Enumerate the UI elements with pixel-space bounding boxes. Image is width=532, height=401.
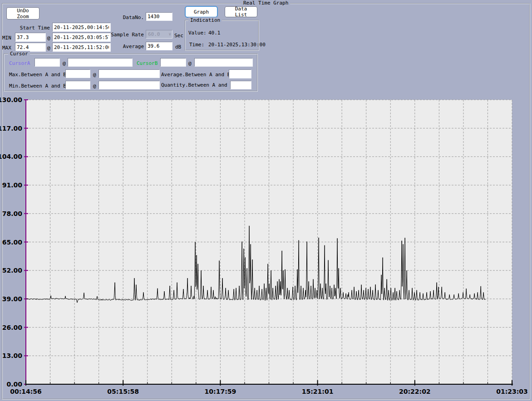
y-axis-tick-label: 65.00 [2, 239, 23, 246]
min-between-time-field[interactable] [99, 81, 160, 89]
average-field[interactable] [146, 42, 172, 50]
realtime-chart[interactable]: 0.0013.0026.0039.0052.0065.0078.0091.001… [0, 95, 532, 401]
y-axis-tick-label: 13.00 [2, 352, 23, 359]
min-time-field[interactable] [52, 33, 111, 42]
indication-value-label: Value: [188, 30, 207, 36]
start-time-label: Start Time [9, 25, 50, 31]
cursor-a-label: CursorA [9, 60, 30, 66]
y-axis-tick-label: 91.00 [2, 181, 23, 189]
y-axis-tick-label: 39.00 [2, 295, 23, 303]
x-axis-tick-label: 00:14:56 [10, 388, 42, 395]
cursor-title: Cursor [8, 51, 30, 57]
min-value-field[interactable] [15, 33, 46, 42]
indication-time-label: Time: [189, 42, 204, 48]
indication-title: Indication [188, 17, 222, 24]
x-axis-tick-label: 05:15:58 [107, 388, 139, 395]
cursor-a-time-field[interactable] [68, 58, 133, 67]
indication-groupbox: Indication Value: 40.1 Time: 20-11-2025,… [185, 20, 259, 51]
cursor-b-label: CursorB [137, 60, 158, 66]
sample-rate-unit: Sec [174, 33, 183, 39]
graph-tab-button[interactable]: Graph [185, 6, 218, 18]
cursor-b-value-field[interactable] [160, 58, 186, 67]
cursor-b-at-separator: @ [188, 60, 192, 66]
start-time-field[interactable] [52, 23, 111, 32]
y-axis-tick-label: 104.00 [0, 153, 22, 160]
min-between-at-separator: @ [93, 83, 96, 89]
data-list-tab-button[interactable]: Data List [225, 6, 257, 17]
y-axis-tick-label: 130.00 [0, 96, 22, 103]
x-axis-tick-label: 15:21:01 [302, 388, 334, 395]
qty-between-label: Quantity.Between A and B [161, 82, 229, 88]
max-between-at-separator: @ [93, 72, 96, 78]
sample-rate-label: Sample Rate [104, 32, 144, 38]
max-value-field[interactable] [15, 43, 46, 52]
max-at-separator: @ [47, 45, 50, 51]
cursor-b-time-field[interactable] [194, 58, 253, 67]
max-between-time-field[interactable] [99, 69, 160, 78]
indication-time: 20-11-2025,13:30:00 [208, 42, 266, 48]
avg-between-value-field[interactable] [229, 69, 251, 78]
cursor-a-value-field[interactable] [34, 58, 60, 67]
min-at-separator: @ [47, 35, 50, 41]
min-between-label: Min.Between A and B [9, 83, 66, 89]
sample-rate-value: 60.0 [148, 31, 160, 37]
cursor-groupbox: Cursor CursorA @ CursorB @ Max.Between A… [4, 54, 258, 92]
x-axis-tick-label: 10:17:59 [205, 388, 236, 395]
chart-plot-area[interactable]: 0.0013.0026.0039.0052.0065.0078.0091.001… [0, 95, 532, 401]
y-axis-tick-label: 26.00 [2, 324, 23, 331]
data-no-label: DataNo. [104, 15, 144, 20]
y-axis-tick-label: 78.00 [2, 210, 23, 217]
y-axis-tick-label: 117.00 [0, 125, 22, 132]
y-axis-tick-label: 0.00 [6, 381, 22, 388]
average-label: Average [104, 44, 144, 49]
x-axis-tick-label: 01:23:03 [496, 388, 528, 395]
qty-between-value-field[interactable] [230, 81, 251, 89]
avg-between-label: Average.Between A and B [161, 72, 228, 78]
data-no-field[interactable] [146, 12, 172, 21]
indication-value: 40.1 [208, 30, 221, 36]
chevron-down-icon: ∨ [169, 32, 171, 36]
max-time-field[interactable] [52, 43, 111, 52]
max-between-value-field[interactable] [65, 69, 90, 78]
y-axis-tick-label: 52.00 [2, 267, 23, 274]
min-label: MIN [2, 35, 11, 41]
average-unit: dB [175, 44, 181, 50]
x-axis-tick-label: 20:22:02 [399, 388, 431, 395]
min-between-value-field[interactable] [65, 81, 90, 89]
max-between-label: Max.Between A and B [9, 72, 66, 78]
sample-rate-select[interactable]: 60.0 ∨ [146, 30, 172, 39]
cursor-a-at-separator: @ [63, 60, 66, 66]
page-title: Real Time Graph [241, 0, 290, 6]
realtime-graph-window: { "window": { "title": "Real Time Graph"… [0, 0, 532, 401]
max-label: MAX [2, 45, 11, 51]
undo-zoom-button[interactable]: UnDo Zoom [6, 7, 39, 20]
